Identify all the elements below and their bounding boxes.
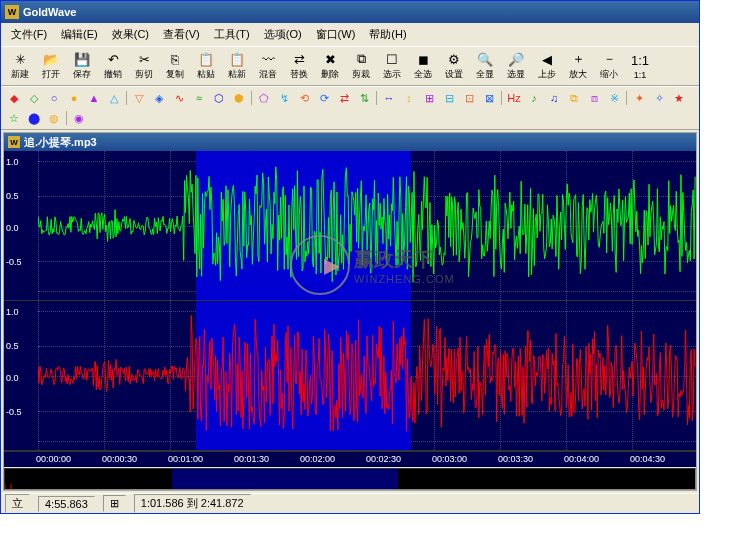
menu-item[interactable]: 窗口(W)	[310, 25, 362, 44]
open-button-icon: 📂	[43, 51, 59, 67]
open-button[interactable]: 📂打开	[36, 49, 66, 83]
effect-button[interactable]: ★	[670, 89, 688, 107]
left-channel-track[interactable]: 1.00.50.0-0.5	[4, 151, 696, 301]
overview-track[interactable]	[4, 468, 696, 490]
effect-button[interactable]: ⊠	[480, 89, 498, 107]
effect-button[interactable]: ⬠	[255, 89, 273, 107]
menubar: 文件(F)编辑(E)效果(C)查看(V)工具(T)选项(O)窗口(W)帮助(H)	[1, 23, 699, 46]
document-window: W 追.小提琴.mp3 1.00.50.0-0.5 1.00.50.0-0.5 …	[3, 132, 697, 491]
time-tick: 00:01:30	[234, 454, 269, 464]
effect-button[interactable]: ※	[605, 89, 623, 107]
effect-button[interactable]: ♪	[525, 89, 543, 107]
effect-button[interactable]: ⟲	[295, 89, 313, 107]
effect-button[interactable]: ⊟	[440, 89, 458, 107]
effect-button[interactable]: ◆	[5, 89, 23, 107]
fullzoom-button[interactable]: 🔍全显	[470, 49, 500, 83]
delete-button[interactable]: ✖删除	[315, 49, 345, 83]
onetoone-button-icon: 1:1	[632, 53, 648, 69]
zoomout-button-icon: －	[601, 51, 617, 67]
menu-item[interactable]: 文件(F)	[5, 25, 53, 44]
trim-button-icon: ⧉	[353, 51, 369, 67]
prev-button[interactable]: ◀上步	[532, 49, 562, 83]
copy-button[interactable]: ⎘复制	[160, 49, 190, 83]
undo-button-icon: ↶	[105, 51, 121, 67]
time-tick: 00:03:30	[498, 454, 533, 464]
pastenew-button[interactable]: 📋粘新	[222, 49, 252, 83]
select-button[interactable]: ☐选示	[377, 49, 407, 83]
menu-item[interactable]: 效果(C)	[106, 25, 155, 44]
effect-button[interactable]: ☆	[5, 109, 23, 127]
effect-button[interactable]: ↕	[400, 89, 418, 107]
selzoom-button-icon: 🔎	[508, 51, 524, 67]
mix-button-icon: 〰	[260, 51, 276, 67]
effect-button[interactable]: ⊡	[460, 89, 478, 107]
menu-item[interactable]: 编辑(E)	[55, 25, 104, 44]
copy-button-icon: ⎘	[167, 51, 183, 67]
effect-button[interactable]: ↔	[380, 89, 398, 107]
effect-button[interactable]: ↯	[275, 89, 293, 107]
select-button-icon: ☐	[384, 51, 400, 67]
selzoom-button[interactable]: 🔎选显	[501, 49, 531, 83]
effect-button[interactable]: ▽	[130, 89, 148, 107]
effect-button[interactable]: △	[105, 89, 123, 107]
undo-button[interactable]: ↶撤销	[98, 49, 128, 83]
onetoone-button[interactable]: 1:11:1	[625, 49, 655, 83]
main-toolbar: ✳新建📂打开💾保存↶撤销✂剪切⎘复制📋粘贴📋粘新〰混音⇄替换✖删除⧉剪裁☐选示◼…	[1, 46, 699, 86]
effect-button[interactable]: ◈	[150, 89, 168, 107]
effect-button[interactable]: ◍	[45, 109, 63, 127]
replace-button[interactable]: ⇄替换	[284, 49, 314, 83]
app-title: GoldWave	[23, 6, 76, 18]
effect-button[interactable]: ⧈	[585, 89, 603, 107]
selall-button[interactable]: ◼全选	[408, 49, 438, 83]
effect-button[interactable]: ⬡	[210, 89, 228, 107]
effect-button[interactable]: ✦	[630, 89, 648, 107]
effect-button[interactable]: ◇	[25, 89, 43, 107]
new-button-icon: ✳	[12, 51, 28, 67]
menu-item[interactable]: 工具(T)	[208, 25, 256, 44]
effect-button[interactable]: ⇄	[335, 89, 353, 107]
trim-button[interactable]: ⧉剪裁	[346, 49, 376, 83]
paste-button[interactable]: 📋粘贴	[191, 49, 221, 83]
stereo-indicator: 立	[5, 494, 30, 513]
format-indicator: ⊞	[103, 495, 126, 512]
settings-button[interactable]: ⚙设置	[439, 49, 469, 83]
waveform-view[interactable]: 1.00.50.0-0.5 1.00.50.0-0.5 00:00:0000:0…	[4, 151, 696, 467]
fullzoom-button-icon: 🔍	[477, 51, 493, 67]
time-ruler[interactable]: 00:00:0000:00:3000:01:0000:01:3000:02:00…	[4, 451, 696, 467]
menu-item[interactable]: 查看(V)	[157, 25, 206, 44]
effect-button[interactable]: ⟳	[315, 89, 333, 107]
save-button[interactable]: 💾保存	[67, 49, 97, 83]
mix-button[interactable]: 〰混音	[253, 49, 283, 83]
new-button[interactable]: ✳新建	[5, 49, 35, 83]
effect-button[interactable]: ○	[45, 89, 63, 107]
cut-button[interactable]: ✂剪切	[129, 49, 159, 83]
prev-button-icon: ◀	[539, 51, 555, 67]
effect-button[interactable]: ⬤	[25, 109, 43, 127]
titlebar[interactable]: W GoldWave	[1, 1, 699, 23]
effect-button[interactable]: ⊞	[420, 89, 438, 107]
cut-button-icon: ✂	[136, 51, 152, 67]
zoomin-button[interactable]: ＋放大	[563, 49, 593, 83]
effect-button[interactable]: ♫	[545, 89, 563, 107]
menu-item[interactable]: 帮助(H)	[363, 25, 412, 44]
effect-button[interactable]: ⧉	[565, 89, 583, 107]
time-tick: 00:04:00	[564, 454, 599, 464]
save-button-icon: 💾	[74, 51, 90, 67]
effect-button[interactable]: ∿	[170, 89, 188, 107]
effect-button[interactable]: ●	[65, 89, 83, 107]
effect-button[interactable]: ≈	[190, 89, 208, 107]
document-titlebar[interactable]: W 追.小提琴.mp3	[4, 133, 696, 151]
status-total-length: 4:55.863	[38, 496, 95, 512]
selall-button-icon: ◼	[415, 51, 431, 67]
effect-button[interactable]: ⇅	[355, 89, 373, 107]
effect-button[interactable]: ◉	[70, 109, 88, 127]
right-channel-track[interactable]: 1.00.50.0-0.5	[4, 301, 696, 451]
zoomout-button[interactable]: －缩小	[594, 49, 624, 83]
effect-button[interactable]: ▲	[85, 89, 103, 107]
status-selection-range: 1:01.586 到 2:41.872	[134, 494, 251, 513]
effect-button[interactable]: ✧	[650, 89, 668, 107]
menu-item[interactable]: 选项(O)	[258, 25, 308, 44]
document-icon: W	[8, 136, 20, 148]
effect-button[interactable]: ⬢	[230, 89, 248, 107]
effect-button[interactable]: Hz	[505, 89, 523, 107]
